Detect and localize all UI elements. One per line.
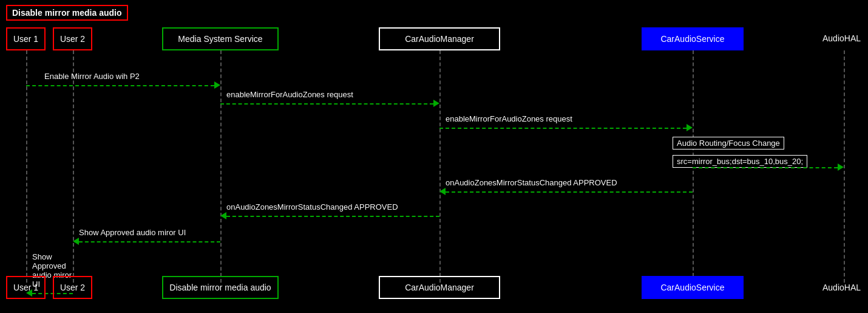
message-4-label-box: Audio Routing/Focus Change bbox=[673, 137, 784, 150]
actor-cas-top: CarAudioService bbox=[642, 27, 744, 50]
message-1: Enable Mirror Audio wih P2 bbox=[26, 72, 220, 89]
diagram: Disable mirror media audio User 1 User 2… bbox=[0, 0, 868, 313]
actor-user2-top: User 2 bbox=[53, 27, 92, 50]
lifeline-mss bbox=[220, 50, 222, 283]
message-7-label: Show Approved audio miror UI bbox=[79, 228, 220, 237]
message-3: enableMirrorForAudioZones request bbox=[439, 114, 693, 132]
actor-mss-bottom: Disable mirror media audio bbox=[162, 276, 279, 299]
actor-cam-top: CarAudioManager bbox=[379, 27, 500, 50]
actor-hal-bottom: AudioHAL bbox=[822, 283, 861, 292]
message-4-arrow bbox=[693, 164, 844, 171]
actor-user1-bottom: User 1 bbox=[6, 276, 46, 299]
actor-user2-bottom: User 2 bbox=[53, 276, 92, 299]
actor-cam-bottom: CarAudioManager bbox=[379, 276, 500, 299]
message-6-label: onAudioZonesMirrorStatusChanged APPROVED bbox=[226, 202, 439, 212]
message-7: Show Approved audio miror UI bbox=[73, 228, 220, 246]
lifeline-cam bbox=[439, 50, 441, 283]
actor-cas-bottom: CarAudioService bbox=[642, 276, 744, 299]
message-2: enableMirrorForAudioZones request bbox=[220, 90, 439, 108]
diagram-title: Disable mirror media audio bbox=[6, 5, 128, 21]
actor-mss-top: Media System Service bbox=[162, 27, 279, 50]
message-6: onAudioZonesMirrorStatusChanged APPROVED bbox=[220, 202, 439, 220]
message-5-label: onAudioZonesMirrorStatusChanged APPROVED bbox=[446, 178, 693, 187]
actor-hal-top: AudioHAL bbox=[822, 33, 861, 43]
actor-user1-top: User 1 bbox=[6, 27, 46, 50]
message-5: onAudioZonesMirrorStatusChanged APPROVED bbox=[439, 178, 693, 196]
message-3-label: enableMirrorForAudioZones request bbox=[446, 114, 693, 123]
lifeline-hal bbox=[844, 50, 845, 283]
message-4-label: Audio Routing/Focus Change bbox=[673, 137, 784, 150]
message-1-label: Enable Mirror Audio wih P2 bbox=[44, 72, 220, 81]
message-2-label: enableMirrorForAudioZones request bbox=[226, 90, 439, 99]
